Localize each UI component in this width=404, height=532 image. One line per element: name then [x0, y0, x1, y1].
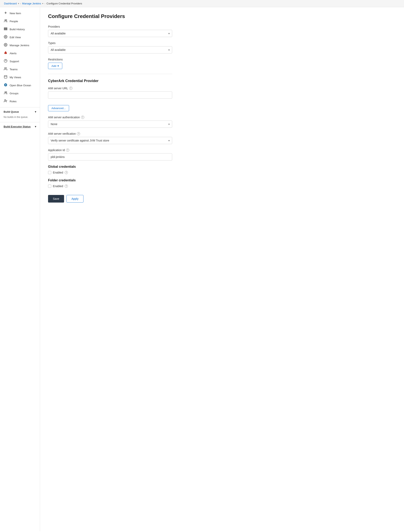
ocean-icon — [4, 83, 8, 88]
breadcrumb-manage-jenkins[interactable]: Manage Jenkins ▾ — [22, 2, 44, 5]
aim-verify-select-wrapper: Verify server certificate against JVM Tr… — [48, 137, 172, 144]
providers-select[interactable]: All available — [48, 30, 172, 37]
sidebar-item-support[interactable]: Support — [0, 57, 40, 65]
breadcrumb-sep-1: › — [20, 2, 21, 5]
svg-rect-5 — [4, 29, 7, 29]
types-select[interactable]: All available — [48, 46, 172, 53]
my-views-icon — [4, 75, 8, 79]
aim-verify-section: AIM server verification ? Verify server … — [48, 132, 396, 144]
build-executor-header[interactable]: Build Executor Status ▾ — [0, 123, 40, 130]
page-title: Configure Credential Providers — [48, 13, 396, 19]
aim-url-label: AIM server URL ? — [48, 87, 396, 90]
aim-auth-label: AIM server authentication ? — [48, 116, 396, 119]
add-button[interactable]: Add ▾ — [48, 63, 62, 69]
sidebar-item-my-views[interactable]: My Views — [0, 73, 40, 81]
aim-auth-section: AIM server authentication ? None — [48, 116, 396, 128]
folder-creds-section: Folder credentials Enabled ? — [48, 178, 396, 188]
providers-select-wrapper: All available — [48, 30, 172, 37]
app-id-label: Application Id ? — [48, 148, 396, 152]
teams-icon — [4, 67, 8, 71]
folder-enabled-help-icon[interactable]: ? — [65, 184, 68, 188]
build-queue-section: Build Queue ▾ No builds in the queue. — [0, 107, 40, 120]
build-queue-header[interactable]: Build Queue ▾ — [0, 109, 40, 115]
folder-enabled-row: Enabled ? — [48, 184, 396, 188]
app-id-section: Application Id ? — [48, 148, 396, 160]
breadcrumb-current: Configure Credential Providers — [46, 2, 82, 5]
aim-url-input[interactable] — [48, 91, 172, 99]
gear-icon — [4, 43, 8, 47]
history-icon — [4, 27, 8, 32]
people-icon — [4, 19, 8, 23]
alerts-icon — [4, 51, 8, 56]
app-id-help-icon[interactable]: ? — [66, 148, 69, 152]
providers-section: Providers All available — [48, 25, 396, 37]
global-enabled-checkbox[interactable] — [48, 171, 51, 174]
dropdown-arrow-icon: ▾ — [58, 64, 59, 67]
sidebar-item-alerts[interactable]: Alerts — [0, 49, 40, 57]
apply-button[interactable]: Apply — [66, 195, 83, 203]
svg-point-7 — [5, 36, 6, 38]
svg-rect-6 — [4, 29, 7, 30]
breadcrumb: Dashboard ▾ › Manage Jenkins ▾ › Configu… — [0, 0, 404, 7]
svg-point-2 — [5, 20, 6, 21]
cyberark-heading: CyberArk Credential Provider — [48, 79, 396, 83]
aim-auth-select[interactable]: None — [48, 120, 172, 128]
svg-point-11 — [5, 67, 6, 69]
svg-point-16 — [6, 92, 7, 93]
save-button[interactable]: Save — [48, 195, 64, 203]
svg-point-3 — [6, 20, 7, 21]
build-queue-body: No builds in the queue. — [0, 115, 40, 120]
svg-point-15 — [5, 92, 6, 93]
plus-icon — [4, 11, 8, 15]
restrictions-section: Restrictions Add ▾ — [48, 58, 396, 69]
aim-verify-help-icon[interactable]: ? — [77, 132, 80, 135]
app-id-input[interactable] — [48, 153, 172, 160]
sidebar-item-open-blue-ocean[interactable]: Open Blue Ocean — [0, 81, 40, 89]
advanced-button[interactable]: Advanced... — [48, 105, 69, 111]
support-icon — [4, 59, 8, 63]
sidebar-item-groups[interactable]: Groups — [0, 89, 40, 97]
sidebar-item-new-item[interactable]: New Item — [0, 9, 40, 17]
folder-enabled-checkbox[interactable] — [48, 184, 51, 188]
global-enabled-row: Enabled ? — [48, 171, 396, 174]
restrictions-label: Restrictions — [48, 58, 396, 61]
aim-url-help-icon[interactable]: ? — [69, 87, 72, 90]
global-enabled-help-icon[interactable]: ? — [65, 171, 68, 174]
aim-url-section: AIM server URL ? — [48, 87, 396, 99]
types-section: Types All available — [48, 41, 396, 53]
sidebar-item-people[interactable]: People — [0, 17, 40, 25]
global-creds-section: Global credentials Enabled ? — [48, 165, 396, 174]
global-creds-heading: Global credentials — [48, 165, 396, 169]
aim-auth-help-icon[interactable]: ? — [81, 116, 84, 119]
svg-rect-4 — [4, 28, 7, 28]
form-actions: Save Apply — [48, 195, 396, 203]
build-executor-section: Build Executor Status ▾ — [0, 122, 40, 130]
breadcrumb-sep-2: › — [45, 2, 45, 5]
groups-icon — [4, 91, 8, 95]
section-divider — [48, 74, 172, 74]
roles-icon — [4, 99, 8, 103]
sidebar-item-build-history[interactable]: Build History — [0, 25, 40, 33]
main-content: Configure Credential Providers Providers… — [40, 7, 404, 531]
svg-point-8 — [5, 44, 6, 45]
sidebar-item-edit-view[interactable]: Edit View — [0, 33, 40, 41]
aim-verify-label: AIM server verification ? — [48, 132, 396, 135]
aim-verify-select[interactable]: Verify server certificate against JVM Tr… — [48, 137, 172, 144]
sidebar-item-teams[interactable]: Teams — [0, 65, 40, 73]
chevron-down-icon-queue: ▾ — [35, 110, 36, 113]
breadcrumb-dashboard[interactable]: Dashboard ▾ — [4, 2, 19, 5]
providers-label: Providers — [48, 25, 396, 28]
svg-rect-12 — [4, 76, 7, 78]
svg-point-17 — [5, 100, 6, 101]
types-select-wrapper: All available — [48, 46, 172, 53]
chevron-down-icon-executor: ▾ — [35, 125, 36, 128]
sidebar-item-manage-jenkins[interactable]: Manage Jenkins — [0, 41, 40, 49]
folder-creds-heading: Folder credentials — [48, 178, 396, 182]
chevron-down-icon: ▾ — [18, 2, 19, 5]
aim-auth-select-wrapper: None — [48, 120, 172, 128]
types-label: Types — [48, 41, 396, 45]
chevron-down-icon-2: ▾ — [42, 2, 43, 5]
edit-view-icon — [4, 35, 8, 39]
sidebar-item-roles[interactable]: Roles — [0, 97, 40, 105]
sidebar: New Item People Build History Edit View — [0, 7, 40, 531]
